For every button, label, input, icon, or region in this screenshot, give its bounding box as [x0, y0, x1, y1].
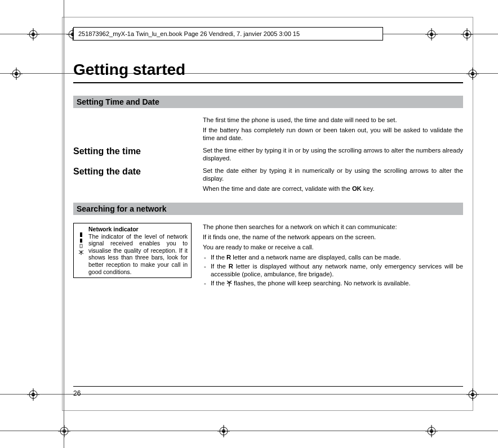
page-number: 26	[73, 389, 81, 397]
page-content: Getting started Setting Time and Date Th…	[73, 61, 463, 292]
subheading-setting-time: Setting the time	[73, 146, 203, 164]
setting-time-row: Setting the time Set the time either by …	[73, 146, 463, 164]
title-rule	[73, 82, 463, 83]
network-row: Network indicator The indicator of the l…	[73, 223, 463, 289]
page-title: Getting started	[73, 61, 463, 79]
body-text: The first time the phone is used, the ti…	[203, 116, 463, 124]
registration-mark-icon	[58, 425, 70, 437]
body-text: Set the time either by typing it in or b…	[203, 146, 463, 162]
setting-date-row: Setting the date Set the date either by …	[73, 167, 463, 195]
list-item: If the flashes, the phone will keep sear…	[203, 279, 463, 288]
registration-mark-icon	[461, 28, 473, 41]
section-heading-network: Searching for a network	[73, 203, 463, 215]
list-item: If the R letter is displayed without any…	[203, 262, 463, 278]
svg-rect-46	[80, 244, 82, 248]
signal-bars-icon	[77, 226, 85, 257]
sidebar-body: The indicator of the level of network si…	[88, 233, 188, 275]
crop-line	[0, 431, 498, 431]
registration-mark-icon	[466, 68, 479, 80]
body-text: When the time and date are correct, vali…	[203, 185, 463, 192]
registration-mark-icon	[217, 425, 230, 437]
registration-mark-icon	[425, 425, 438, 437]
document-header-text: 251873962_myX-1a Twin_lu_en.book Page 26…	[78, 30, 300, 37]
footer-rule	[73, 386, 463, 387]
list-item: If the R letter and a network name are d…	[203, 253, 463, 261]
registration-mark-icon	[10, 68, 23, 80]
crop-line	[64, 0, 64, 448]
antenna-icon	[226, 280, 232, 288]
body-text: If the battery has completely run down o…	[203, 126, 463, 142]
registration-mark-icon	[27, 388, 39, 401]
registration-mark-icon	[466, 388, 479, 401]
body-text: You are ready to make or receive a call.	[203, 243, 463, 251]
svg-rect-45	[80, 239, 82, 243]
section-heading-time-date: Setting Time and Date	[73, 96, 463, 108]
bullet-list: If the R letter and a network name are d…	[203, 253, 463, 288]
svg-rect-44	[80, 232, 82, 237]
subheading-setting-date: Setting the date	[73, 167, 203, 195]
sidebar-title: Network indicator	[88, 226, 139, 232]
body-text: The phone then searches for a network on…	[203, 223, 463, 231]
network-indicator-box: Network indicator The indicator of the l…	[73, 223, 192, 278]
registration-mark-icon	[425, 28, 438, 41]
intro-row: The first time the phone is used, the ti…	[73, 116, 463, 144]
body-text: If it finds one, the name of the network…	[203, 233, 463, 241]
registration-mark-icon	[27, 28, 39, 41]
body-text: Set the date either by typing it in nume…	[203, 167, 463, 182]
document-header-box: 251873962_myX-1a Twin_lu_en.book Page 26…	[73, 27, 383, 41]
